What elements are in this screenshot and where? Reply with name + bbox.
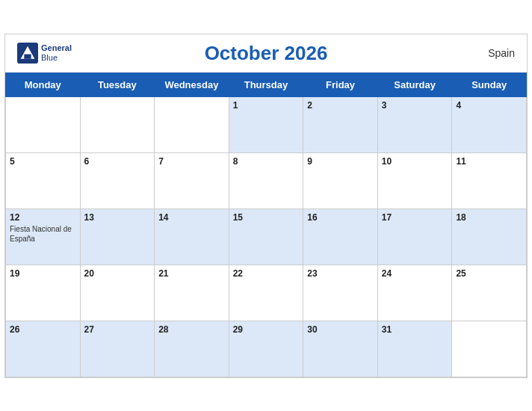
day-cell: 12Fiesta Nacional de España (6, 208, 81, 265)
day-cell: 23 (303, 265, 378, 321)
day-cell: 3 (377, 96, 452, 152)
holiday-text: Fiesta Nacional de España (10, 224, 76, 244)
day-number: 4 (456, 100, 522, 111)
day-cell: 31 (377, 321, 452, 377)
week-row-4: 19202122232425 (6, 265, 527, 321)
day-cell: 11 (452, 152, 527, 208)
day-cell: 2 (303, 96, 378, 152)
weekday-header-thursday: Thursday (229, 72, 303, 96)
day-number: 25 (456, 268, 522, 279)
day-number: 22 (233, 268, 300, 279)
day-cell: 8 (229, 152, 303, 208)
week-row-5: 262728293031 (6, 321, 527, 377)
day-number: 21 (158, 268, 225, 279)
day-cell: 14 (155, 208, 229, 265)
logo-blue-text: Blue (41, 53, 72, 63)
day-cell: 27 (80, 321, 155, 377)
weekday-header-row: MondayTuesdayWednesdayThursdayFridaySatu… (6, 72, 527, 96)
day-cell: 15 (229, 208, 303, 265)
weekday-header-friday: Friday (303, 72, 378, 96)
day-cell (452, 321, 527, 377)
day-number: 7 (158, 156, 225, 167)
day-number: 18 (456, 212, 522, 223)
weekday-header-tuesday: Tuesday (80, 72, 155, 96)
day-number: 5 (10, 156, 76, 167)
day-cell: 18 (452, 208, 527, 265)
day-number: 30 (307, 324, 374, 335)
day-cell: 29 (229, 321, 303, 377)
svg-rect-2 (24, 55, 31, 59)
day-number: 10 (382, 156, 448, 167)
day-cell: 13 (80, 208, 155, 265)
day-number: 26 (10, 324, 76, 335)
day-number: 12 (10, 212, 76, 223)
day-cell: 6 (80, 152, 155, 208)
day-cell: 28 (155, 321, 229, 377)
day-number: 13 (84, 212, 151, 223)
day-number: 31 (382, 324, 448, 335)
day-cell: 25 (452, 265, 527, 321)
day-number: 8 (233, 156, 300, 167)
day-cell: 21 (155, 265, 229, 321)
day-cell: 30 (303, 321, 378, 377)
calendar-title: October 2026 (205, 42, 328, 65)
day-number: 19 (10, 268, 76, 279)
day-cell: 24 (377, 265, 452, 321)
calendar: General Blue October 2026 Spain MondayTu… (4, 34, 528, 378)
day-number: 9 (307, 156, 374, 167)
weekday-header-saturday: Saturday (377, 72, 452, 96)
day-cell: 7 (155, 152, 229, 208)
day-number: 11 (456, 156, 522, 167)
day-cell: 10 (377, 152, 452, 208)
week-row-3: 12Fiesta Nacional de España131415161718 (6, 208, 527, 265)
logo-icon (17, 43, 38, 64)
day-cell: 5 (6, 152, 81, 208)
day-cell: 16 (303, 208, 378, 265)
day-number: 3 (382, 100, 448, 111)
day-cell: 19 (6, 265, 81, 321)
weekday-header-wednesday: Wednesday (155, 72, 229, 96)
day-number: 17 (382, 212, 448, 223)
day-number: 29 (233, 324, 300, 335)
day-number: 27 (84, 324, 151, 335)
day-cell (6, 96, 81, 152)
logo: General Blue (17, 43, 72, 64)
day-number: 20 (84, 268, 151, 279)
weekday-header-monday: Monday (6, 72, 81, 96)
day-cell (80, 96, 155, 152)
day-number: 2 (307, 100, 374, 111)
day-cell: 26 (6, 321, 81, 377)
day-cell (155, 96, 229, 152)
day-number: 16 (307, 212, 374, 223)
week-row-1: 1234 (6, 96, 527, 152)
day-number: 24 (382, 268, 448, 279)
calendar-table: MondayTuesdayWednesdayThursdayFridaySatu… (5, 72, 527, 377)
day-cell: 4 (452, 96, 527, 152)
day-number: 6 (84, 156, 151, 167)
day-cell: 9 (303, 152, 378, 208)
day-cell: 20 (80, 265, 155, 321)
day-number: 28 (158, 324, 225, 335)
day-number: 23 (307, 268, 374, 279)
calendar-header: General Blue October 2026 Spain (5, 34, 527, 72)
day-number: 14 (158, 212, 225, 223)
day-number: 15 (233, 212, 300, 223)
weekday-header-sunday: Sunday (452, 72, 527, 96)
day-cell: 22 (229, 265, 303, 321)
week-row-2: 567891011 (6, 152, 527, 208)
day-number: 1 (233, 100, 300, 111)
country-label: Spain (488, 47, 515, 59)
logo-general-text: General (41, 43, 72, 53)
day-cell: 1 (229, 96, 303, 152)
day-cell: 17 (377, 208, 452, 265)
